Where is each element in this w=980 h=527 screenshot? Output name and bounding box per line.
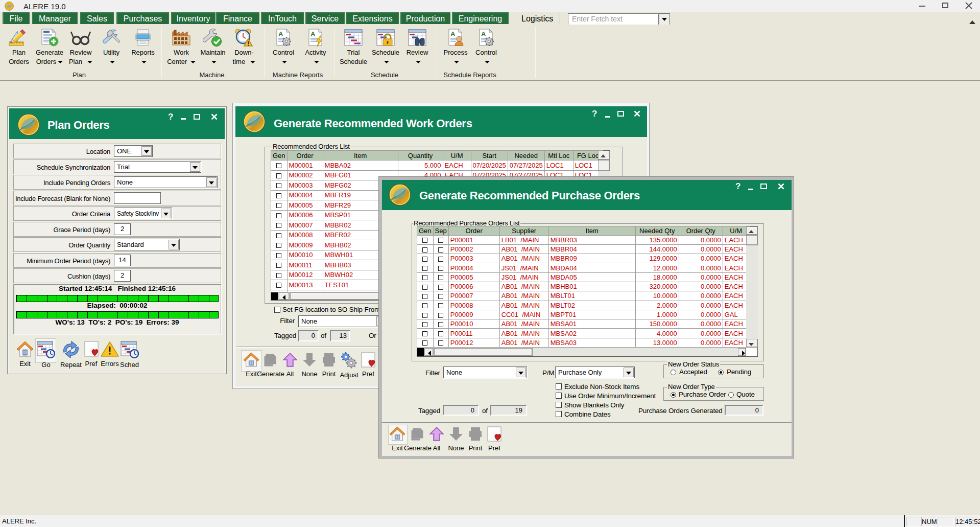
svg-text:A: A [278, 30, 283, 38]
svg-text:A: A [450, 30, 456, 38]
svg-text:A: A [481, 30, 486, 38]
svg-text:A: A [310, 30, 316, 38]
